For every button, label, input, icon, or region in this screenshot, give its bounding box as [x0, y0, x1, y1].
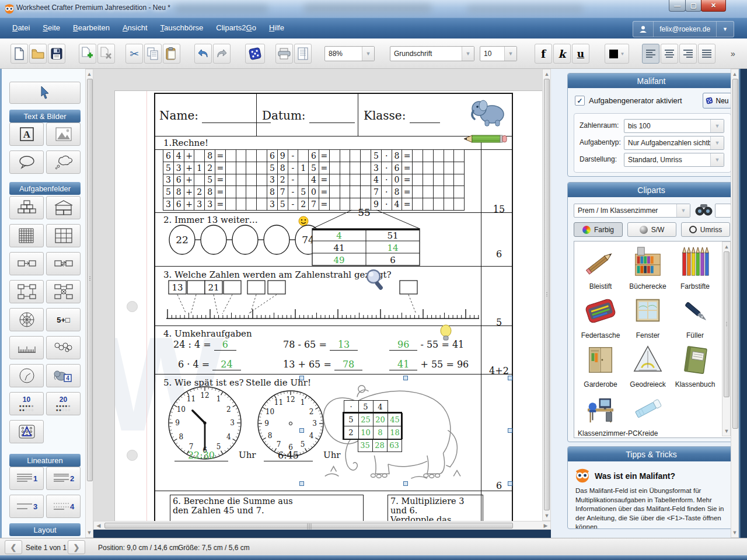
number-line-tool[interactable] [9, 336, 44, 359]
selection-handle[interactable] [403, 481, 408, 486]
equation[interactable]: 78 - 65 = 13 [283, 339, 358, 350]
align-right-button[interactable] [679, 44, 697, 64]
spider-wheel-tool[interactable] [9, 308, 44, 331]
thought-bubble-tool[interactable] [46, 150, 81, 174]
worksheet-page[interactable]: W 15654+26Name: Datum: Klasse: 1.Rechne!… [114, 90, 547, 530]
undo-button[interactable] [194, 44, 212, 64]
maximize-button[interactable]: ▢ [685, 0, 701, 12]
selection-handle[interactable] [508, 428, 512, 433]
menu-hilfe[interactable]: Hilfe [263, 18, 291, 32]
font-dropdown-icon[interactable]: ▼ [462, 47, 474, 61]
open-file-button[interactable] [29, 44, 47, 64]
selection-handle[interactable] [299, 481, 304, 486]
clipart-bleistift[interactable]: Bleistift [578, 245, 623, 290]
filter-sw-button[interactable]: S/W [627, 222, 676, 237]
minimize-button[interactable]: — [669, 0, 686, 12]
selection-handle[interactable] [403, 376, 408, 380]
lineatur-3-tool[interactable]: 3 [9, 495, 44, 518]
double-arrow-chain-tool[interactable] [46, 252, 81, 275]
clipart-federtasche[interactable]: Federtasche [578, 294, 623, 340]
arrow-chain-tool[interactable] [9, 252, 44, 275]
print-button[interactable] [275, 44, 293, 64]
clipart-farbstifte[interactable]: Farbstifte [672, 245, 718, 290]
canvas-hscrollbar[interactable]: ◀ ▶ [93, 521, 551, 530]
twenty-frame-10-tool[interactable]: 10●●●●●●●○○○ [9, 392, 44, 415]
clipart-list-scrollbar[interactable]: ▲ ▼ [722, 242, 731, 436]
number-chain[interactable]: 2274 [166, 222, 324, 258]
worksheet-canvas[interactable]: W 15654+26Name: Datum: Klasse: 1.Rechne!… [93, 69, 551, 530]
font-color-button[interactable]: ▼ [605, 44, 629, 64]
menu-cliparts2go[interactable]: Cliparts2Go [210, 18, 263, 32]
menu-datei[interactable]: Datei [6, 18, 36, 32]
equation[interactable]: 6 · 4 = 24 [178, 359, 241, 370]
redo-button[interactable] [213, 44, 231, 64]
underline-button[interactable]: u [572, 44, 589, 64]
equation[interactable]: 96 - 55 = 41 [389, 339, 464, 350]
clipart-klassenbuch[interactable]: Klassenbuch [672, 343, 718, 388]
zoom-combobox[interactable]: 88% ▼ [324, 46, 375, 61]
filter-umriss-button[interactable]: Umriss [681, 222, 730, 237]
sec7-task-field[interactable]: 7. Multipliziere 3 und 6. Verdopple das … [388, 495, 483, 522]
zoom-dropdown-icon[interactable]: ▼ [362, 47, 374, 61]
equation[interactable]: 41 + 55 = 96 [389, 359, 469, 370]
selection-handle[interactable] [299, 428, 304, 433]
align-left-button[interactable] [642, 44, 659, 64]
print-preview-button[interactable] [294, 44, 312, 64]
menu-ansicht[interactable]: Ansicht [116, 18, 154, 32]
malifant-tool[interactable]: 4 [46, 364, 81, 387]
save-button[interactable] [48, 44, 65, 64]
menu-seite[interactable]: Seite [36, 18, 67, 32]
copy-button[interactable] [144, 44, 162, 64]
bold-button[interactable]: f [535, 44, 552, 64]
sidebar-scrollbar[interactable]: ▲ ▼ [85, 69, 93, 538]
font-combobox[interactable]: Grundschrift ▼ [390, 46, 474, 61]
text-field-tool[interactable]: A [9, 123, 44, 146]
darstellung-combobox[interactable]: Standard, Umriss▼ [624, 153, 724, 167]
twenty-frame-20-tool[interactable]: 20●●●●●●●○○○ [46, 392, 81, 415]
align-justify-button[interactable] [698, 44, 715, 64]
table-grid-tool[interactable] [46, 224, 81, 247]
generator-checkbox[interactable]: ✓ [575, 96, 585, 106]
lineatur-1-tool[interactable]: 1 [9, 467, 44, 490]
selection-handle[interactable] [508, 376, 512, 380]
font-size-dropdown-icon[interactable]: ▼ [504, 47, 516, 61]
clipart-list[interactable]: BleistiftBüchereckeFarbstifteFedertasche… [574, 241, 731, 438]
image-tool[interactable] [46, 123, 81, 146]
clipart-category-combobox[interactable]: Prem / Im Klassenzimmer▼ [574, 204, 690, 218]
menu-bearbeiten[interactable]: Bearbeiten [67, 18, 116, 32]
lineatur-2-tool[interactable]: 2 [46, 467, 81, 490]
clipart-search-button[interactable] [695, 202, 713, 220]
sec1-calc-grid[interactable]: 64+8=69-6=5·8=53+12=58-15=3·6=36+5=32-4=… [163, 149, 465, 211]
cut-button[interactable]: ✂ [125, 44, 143, 64]
clock-field[interactable]: 123456789101112 [167, 386, 242, 460]
malifant-table[interactable]: ·545252045210818352863 [344, 400, 402, 452]
canvas-vscrollbar[interactable]: ▲ ▼ [542, 69, 551, 521]
selection-handle[interactable] [508, 481, 512, 486]
font-size-combobox[interactable]: 10 ▼ [480, 46, 517, 61]
equation[interactable]: 24 : 4 = 6 [173, 339, 236, 350]
align-center-button[interactable] [661, 44, 678, 64]
select-tool-button[interactable] [9, 82, 81, 104]
sec6-task-field[interactable]: 6. Berechne die Summe aus den Zahlen 45 … [170, 495, 364, 522]
menu-tauschbörse[interactable]: Tauschbörse [154, 18, 210, 32]
equation-box-tool[interactable]: 5+□ [46, 308, 81, 331]
bead-chain-tool[interactable] [46, 336, 81, 359]
account-dropdown-icon[interactable]: ▼ [717, 22, 734, 37]
selection-handle[interactable] [299, 376, 304, 380]
number-house-tool[interactable] [46, 196, 81, 219]
clipart-garderobe[interactable]: Garderobe [578, 343, 623, 388]
new-tasks-button[interactable]: Neu [703, 93, 732, 108]
toolbar-overflow-button[interactable]: » [731, 49, 735, 58]
clipart-fueller[interactable]: Füller [672, 294, 718, 340]
next-page-button[interactable]: ❯ [68, 540, 85, 554]
clipart-klassenzimmer-pc[interactable]: Klassenzimmer-PC [578, 392, 623, 438]
clock-tool[interactable] [9, 364, 44, 387]
paste-button[interactable] [163, 44, 180, 64]
clipart-kreide[interactable]: Kreide [625, 392, 671, 438]
filter-farbig-button[interactable]: Farbig [574, 222, 623, 237]
rightpanel-scrollbar[interactable]: ▲ ▼ [731, 69, 739, 538]
close-button[interactable]: ✕ [701, 0, 726, 12]
add-page-button[interactable] [79, 44, 96, 64]
lineatur-4-tool[interactable]: 4 [46, 495, 81, 518]
clipart-color-box[interactable] [715, 204, 731, 218]
